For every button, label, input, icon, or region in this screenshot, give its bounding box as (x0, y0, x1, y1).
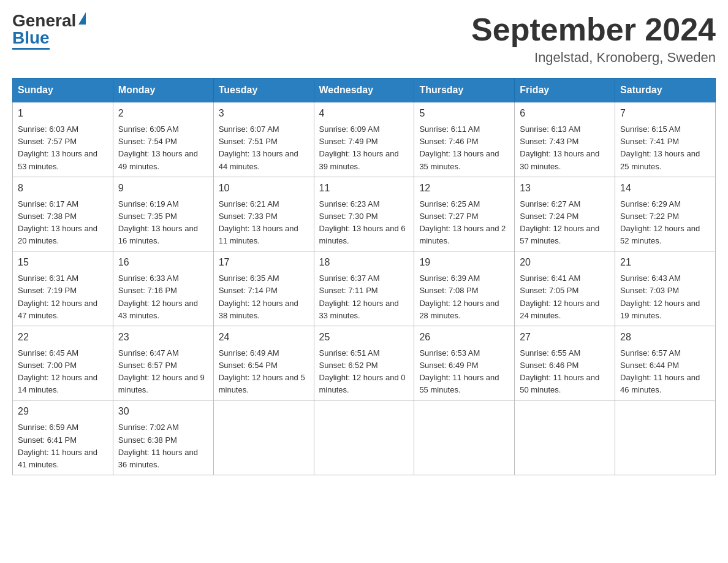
table-row: 17 Sunrise: 6:35 AMSunset: 7:14 PMDaylig… (213, 251, 314, 326)
day-number: 20 (520, 255, 610, 270)
table-row (615, 400, 716, 475)
day-number: 29 (18, 404, 108, 419)
day-info: Sunrise: 6:27 AMSunset: 7:24 PMDaylight:… (520, 199, 599, 245)
table-row (213, 400, 314, 475)
day-number: 27 (520, 330, 610, 345)
table-row: 27 Sunrise: 6:55 AMSunset: 6:46 PMDaylig… (515, 326, 615, 400)
calendar-table: Sunday Monday Tuesday Wednesday Thursday… (12, 78, 716, 475)
col-sunday: Sunday (13, 79, 113, 102)
table-row: 23 Sunrise: 6:47 AMSunset: 6:57 PMDaylig… (113, 326, 213, 400)
day-number: 18 (319, 255, 409, 270)
col-friday: Friday (515, 79, 615, 102)
day-info: Sunrise: 6:47 AMSunset: 6:57 PMDaylight:… (118, 348, 205, 394)
table-row: 9 Sunrise: 6:19 AMSunset: 7:35 PMDayligh… (113, 177, 213, 251)
logo: General Blue (12, 12, 86, 50)
day-number: 19 (419, 255, 509, 270)
table-row: 22 Sunrise: 6:45 AMSunset: 7:00 PMDaylig… (13, 326, 113, 400)
table-row: 4 Sunrise: 6:09 AMSunset: 7:49 PMDayligh… (314, 102, 414, 177)
day-info: Sunrise: 6:33 AMSunset: 7:16 PMDaylight:… (118, 274, 198, 320)
header-row: Sunday Monday Tuesday Wednesday Thursday… (13, 79, 716, 102)
day-number: 26 (419, 330, 509, 345)
day-number: 17 (219, 255, 309, 270)
table-row: 26 Sunrise: 6:53 AMSunset: 6:49 PMDaylig… (414, 326, 515, 400)
day-number: 22 (18, 330, 108, 345)
table-row: 2 Sunrise: 6:05 AMSunset: 7:54 PMDayligh… (113, 102, 213, 177)
table-row (414, 400, 515, 475)
table-row: 19 Sunrise: 6:39 AMSunset: 7:08 PMDaylig… (414, 251, 515, 326)
table-row: 3 Sunrise: 6:07 AMSunset: 7:51 PMDayligh… (213, 102, 314, 177)
day-number: 3 (219, 106, 309, 121)
calendar-week-row: 8 Sunrise: 6:17 AMSunset: 7:38 PMDayligh… (13, 177, 716, 251)
table-row: 20 Sunrise: 6:41 AMSunset: 7:05 PMDaylig… (515, 251, 615, 326)
day-number: 7 (620, 106, 710, 121)
table-row: 7 Sunrise: 6:15 AMSunset: 7:41 PMDayligh… (615, 102, 716, 177)
day-number: 4 (319, 106, 409, 121)
day-number: 2 (118, 106, 208, 121)
table-row: 8 Sunrise: 6:17 AMSunset: 7:38 PMDayligh… (13, 177, 113, 251)
table-row: 1 Sunrise: 6:03 AMSunset: 7:57 PMDayligh… (13, 102, 113, 177)
day-info: Sunrise: 6:15 AMSunset: 7:41 PMDaylight:… (620, 124, 700, 170)
table-row: 16 Sunrise: 6:33 AMSunset: 7:16 PMDaylig… (113, 251, 213, 326)
table-row: 18 Sunrise: 6:37 AMSunset: 7:11 PMDaylig… (314, 251, 414, 326)
table-row: 28 Sunrise: 6:57 AMSunset: 6:44 PMDaylig… (615, 326, 716, 400)
table-row (314, 400, 414, 475)
col-thursday: Thursday (414, 79, 515, 102)
day-info: Sunrise: 6:25 AMSunset: 7:27 PMDaylight:… (419, 199, 506, 245)
day-info: Sunrise: 6:39 AMSunset: 7:08 PMDaylight:… (419, 274, 499, 320)
day-info: Sunrise: 6:45 AMSunset: 7:00 PMDaylight:… (18, 348, 97, 394)
day-number: 24 (219, 330, 309, 345)
day-info: Sunrise: 6:43 AMSunset: 7:03 PMDaylight:… (620, 274, 700, 320)
day-info: Sunrise: 6:03 AMSunset: 7:57 PMDaylight:… (18, 124, 97, 170)
day-number: 28 (620, 330, 710, 345)
day-number: 13 (520, 181, 610, 196)
calendar-week-row: 15 Sunrise: 6:31 AMSunset: 7:19 PMDaylig… (13, 251, 716, 326)
day-number: 10 (219, 181, 309, 196)
day-info: Sunrise: 6:57 AMSunset: 6:44 PMDaylight:… (620, 348, 700, 394)
day-number: 8 (18, 181, 108, 196)
calendar-title: September 2024 (471, 12, 716, 47)
table-row: 12 Sunrise: 6:25 AMSunset: 7:27 PMDaylig… (414, 177, 515, 251)
day-info: Sunrise: 6:41 AMSunset: 7:05 PMDaylight:… (520, 274, 599, 320)
col-tuesday: Tuesday (213, 79, 314, 102)
col-saturday: Saturday (615, 79, 716, 102)
day-info: Sunrise: 6:13 AMSunset: 7:43 PMDaylight:… (520, 124, 599, 170)
table-row: 29 Sunrise: 6:59 AMSunset: 6:41 PMDaylig… (13, 400, 113, 475)
table-row: 14 Sunrise: 6:29 AMSunset: 7:22 PMDaylig… (615, 177, 716, 251)
table-row: 11 Sunrise: 6:23 AMSunset: 7:30 PMDaylig… (314, 177, 414, 251)
day-info: Sunrise: 6:55 AMSunset: 6:46 PMDaylight:… (520, 348, 599, 394)
table-row: 25 Sunrise: 6:51 AMSunset: 6:52 PMDaylig… (314, 326, 414, 400)
table-row: 24 Sunrise: 6:49 AMSunset: 6:54 PMDaylig… (213, 326, 314, 400)
header: General Blue September 2024 Ingelstad, K… (12, 12, 716, 66)
day-info: Sunrise: 6:53 AMSunset: 6:49 PMDaylight:… (419, 348, 499, 394)
day-info: Sunrise: 6:21 AMSunset: 7:33 PMDaylight:… (219, 199, 298, 245)
day-info: Sunrise: 6:19 AMSunset: 7:35 PMDaylight:… (118, 199, 198, 245)
table-row: 30 Sunrise: 7:02 AMSunset: 6:38 PMDaylig… (113, 400, 213, 475)
calendar-week-row: 29 Sunrise: 6:59 AMSunset: 6:41 PMDaylig… (13, 400, 716, 475)
day-info: Sunrise: 6:35 AMSunset: 7:14 PMDaylight:… (219, 274, 298, 320)
day-number: 1 (18, 106, 108, 121)
day-number: 25 (319, 330, 409, 345)
day-info: Sunrise: 6:17 AMSunset: 7:38 PMDaylight:… (18, 199, 97, 245)
day-info: Sunrise: 6:51 AMSunset: 6:52 PMDaylight:… (319, 348, 406, 394)
day-number: 9 (118, 181, 208, 196)
day-info: Sunrise: 6:11 AMSunset: 7:46 PMDaylight:… (419, 124, 499, 170)
logo-triangle-icon (78, 12, 86, 25)
day-number: 15 (18, 255, 108, 270)
day-number: 30 (118, 404, 208, 419)
logo-underline (12, 48, 50, 50)
day-info: Sunrise: 6:09 AMSunset: 7:49 PMDaylight:… (319, 124, 399, 170)
col-monday: Monday (113, 79, 213, 102)
day-info: Sunrise: 6:23 AMSunset: 7:30 PMDaylight:… (319, 199, 406, 245)
day-number: 12 (419, 181, 509, 196)
day-number: 14 (620, 181, 710, 196)
day-info: Sunrise: 6:59 AMSunset: 6:41 PMDaylight:… (18, 423, 97, 469)
day-number: 23 (118, 330, 208, 345)
day-info: Sunrise: 6:05 AMSunset: 7:54 PMDaylight:… (118, 124, 198, 170)
day-number: 6 (520, 106, 610, 121)
day-info: Sunrise: 6:07 AMSunset: 7:51 PMDaylight:… (219, 124, 298, 170)
table-row (515, 400, 615, 475)
day-info: Sunrise: 6:49 AMSunset: 6:54 PMDaylight:… (219, 348, 305, 394)
day-number: 11 (319, 181, 409, 196)
day-number: 21 (620, 255, 710, 270)
title-area: September 2024 Ingelstad, Kronoberg, Swe… (471, 12, 716, 66)
